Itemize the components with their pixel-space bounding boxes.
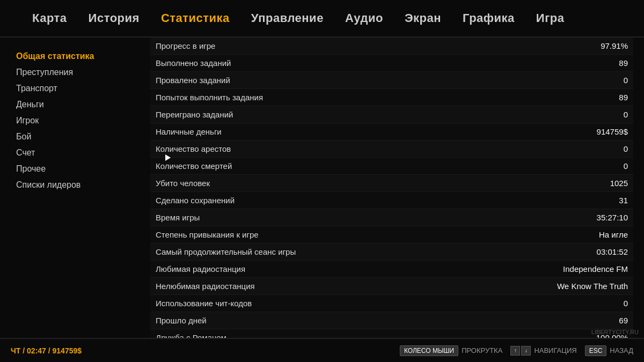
sidebar-item-leaderboards[interactable]: Списки лидеров — [16, 177, 129, 193]
stat-value: 0 — [547, 161, 628, 171]
stat-label: Количество арестов — [156, 144, 231, 153]
status-text: ЧТ / 02:47 / 914759$ — [11, 346, 82, 355]
stat-label: Прогресс в игре — [156, 41, 215, 50]
table-row: Выполнено заданий89 — [150, 55, 633, 72]
table-row: Провалено заданий0 — [150, 72, 633, 89]
stat-value: 0 — [547, 76, 628, 85]
nav-item-statistics[interactable]: Статистика — [161, 11, 230, 25]
table-row: Сделано сохранений31 — [150, 192, 633, 209]
main-content: Общая статистика Преступления Транспорт … — [0, 38, 644, 338]
back-label: НАЗАД — [610, 346, 633, 354]
stat-label: Выполнено заданий — [156, 58, 231, 68]
stat-label: Самый продолжительный сеанс игры — [156, 247, 296, 256]
up-arrow-icon: ↑ — [510, 346, 520, 356]
sidebar-item-money[interactable]: Деньги — [16, 97, 129, 113]
esc-key: ESC — [585, 345, 607, 356]
stat-value: 31 — [547, 196, 628, 205]
nav-item-history[interactable]: История — [89, 11, 140, 25]
table-row: Количество смертей0 — [150, 158, 633, 175]
table-row: Время игры35:27:10 — [150, 209, 633, 226]
table-row: Прогресс в игре97.91% — [150, 38, 633, 55]
stat-value: 89 — [547, 58, 628, 68]
stat-value: Independence FM — [547, 264, 628, 274]
table-row: Использование чит-кодов0 — [150, 295, 633, 312]
table-row: Любимая радиостанцияIndependence FM — [150, 261, 633, 278]
sidebar: Общая статистика Преступления Транспорт … — [0, 38, 145, 338]
down-arrow-icon: ↓ — [521, 346, 531, 356]
stat-label: Переиграно заданий — [156, 110, 233, 119]
stat-value: 0 — [547, 110, 628, 119]
bottom-hints: КОЛЕСО МЫШИ ПРОКРУТКА ↑ ↓ НАВИГАЦИЯ ESC … — [400, 345, 633, 356]
nav-label: НАВИГАЦИЯ — [534, 346, 576, 354]
table-row: Переиграно заданий0 — [150, 106, 633, 123]
stat-value: 0 — [547, 144, 628, 153]
stat-value: 69 — [547, 316, 628, 325]
nav-item-map[interactable]: Карта — [32, 11, 67, 25]
stat-label: Степень привыкания к игре — [156, 230, 259, 239]
watermark: LIBERTYCITY.RU — [591, 329, 639, 335]
nav-arrow-icons: ↑ ↓ — [510, 346, 531, 356]
sidebar-item-general[interactable]: Общая статистика — [16, 48, 129, 64]
stat-label: Любимая радиостанция — [156, 264, 245, 274]
nav-item-game[interactable]: Игра — [536, 11, 565, 25]
mouse-wheel-key: КОЛЕСО МЫШИ — [400, 345, 458, 356]
stat-value: 89 — [547, 93, 628, 102]
table-row: Нелюбимая радиостанцияWe Know The Truth — [150, 278, 633, 295]
stat-value: 0 — [547, 299, 628, 308]
stat-value: На игле — [547, 230, 628, 239]
nav-item-screen[interactable]: Экран — [405, 11, 441, 25]
stats-table: Прогресс в игре97.91%Выполнено заданий89… — [145, 38, 644, 338]
stat-label: Прошло дней — [156, 316, 207, 325]
table-row: Степень привыкания к игреНа игле — [150, 226, 633, 243]
top-navigation: Карта История Статистика Управление Ауди… — [0, 0, 644, 38]
table-row: Прошло дней69 — [150, 312, 633, 329]
table-row: Самый продолжительный сеанс игры03:01:52 — [150, 243, 633, 261]
bottom-bar: ЧТ / 02:47 / 914759$ КОЛЕСО МЫШИ ПРОКРУТ… — [0, 338, 644, 362]
back-hint: ESC НАЗАД — [585, 345, 633, 356]
sidebar-item-transport[interactable]: Транспорт — [16, 80, 129, 97]
sidebar-item-score[interactable]: Счет — [16, 145, 129, 161]
stat-label: Использование чит-кодов — [156, 299, 252, 308]
stat-label: Время игры — [156, 213, 200, 222]
sidebar-item-player[interactable]: Игрок — [16, 113, 129, 129]
scroll-hint: КОЛЕСО МЫШИ ПРОКРУТКА — [400, 345, 503, 356]
nav-item-graphics[interactable]: Графика — [463, 11, 515, 25]
stat-label: Провалено заданий — [156, 76, 230, 85]
stat-value: 35:27:10 — [547, 213, 628, 222]
table-row: Количество арестов0 — [150, 141, 633, 158]
stat-label: Попыток выполнить задания — [156, 93, 263, 102]
nav-item-audio[interactable]: Аудио — [345, 11, 383, 25]
table-row: Убито человек1025 — [150, 175, 633, 192]
stat-value: We Know The Truth — [547, 282, 628, 291]
stat-value: 03:01:52 — [547, 247, 628, 256]
stat-label: Сделано сохранений — [156, 196, 235, 205]
table-row: Дружба с Романом100.00% — [150, 329, 633, 338]
stat-value: 914759$ — [547, 127, 628, 136]
scroll-label: ПРОКРУТКА — [462, 346, 502, 354]
stat-label: Нелюбимая радиостанция — [156, 282, 255, 291]
nav-hint: ↑ ↓ НАВИГАЦИЯ — [510, 346, 576, 356]
table-row: Наличные деньги914759$ — [150, 123, 633, 141]
stat-label: Убито человек — [156, 179, 210, 188]
stat-label: Дружба с Романом — [156, 333, 226, 338]
stat-label: Наличные деньги — [156, 127, 222, 136]
stat-label: Количество смертей — [156, 161, 232, 171]
nav-item-controls[interactable]: Управление — [251, 11, 324, 25]
stat-value: 97.91% — [547, 41, 628, 50]
sidebar-item-combat[interactable]: Бой — [16, 129, 129, 145]
stat-value: 1025 — [547, 179, 628, 188]
cursor-pointer — [165, 154, 171, 161]
sidebar-item-misc[interactable]: Прочее — [16, 161, 129, 177]
table-row: Попыток выполнить задания89 — [150, 89, 633, 106]
sidebar-item-crimes[interactable]: Преступления — [16, 64, 129, 80]
